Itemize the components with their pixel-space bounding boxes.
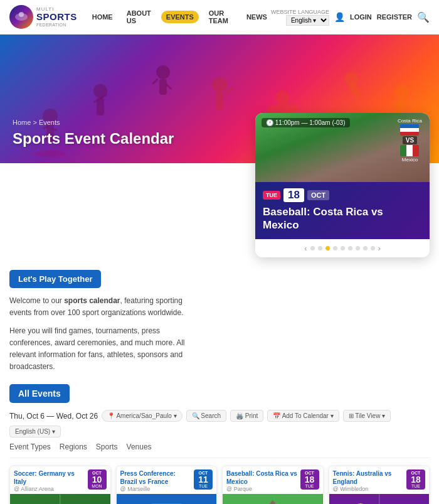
add-to-calendar-button[interactable]: 📅 Add To Calendar ▾ bbox=[267, 410, 339, 422]
all-events-heading: All Events bbox=[9, 384, 70, 403]
register-button[interactable]: REGISTER bbox=[377, 13, 412, 21]
dot-5[interactable] bbox=[341, 246, 345, 250]
dot-8[interactable] bbox=[363, 246, 368, 250]
nav-team[interactable]: OUR TEAM bbox=[205, 7, 236, 27]
hero-title: Sports Event Calendar bbox=[13, 130, 174, 147]
next-arrow[interactable]: › bbox=[378, 244, 381, 253]
dot-6[interactable] bbox=[348, 246, 352, 250]
events-toolbar: Thu, Oct 6 — Wed, Oct 26 📍 America/Sao_P… bbox=[9, 410, 430, 437]
event-venue-tennis: @ Wimbledon bbox=[333, 486, 405, 492]
svg-rect-23 bbox=[398, 98, 405, 114]
filter-tab-venues[interactable]: Venues bbox=[127, 442, 152, 454]
featured-event-card: 🕐 11:00pm — 1:00am (-03) Costa Rica VS M… bbox=[255, 113, 430, 257]
svg-rect-13 bbox=[152, 78, 159, 85]
featured-card-image: 🕐 11:00pm — 1:00am (-03) Costa Rica VS M… bbox=[255, 113, 430, 182]
event-title-soccer[interactable]: Soccer: Germany vs Italy bbox=[14, 469, 85, 486]
featured-date-num: 18 bbox=[283, 188, 304, 202]
tile-view-button[interactable]: ⊞ Tile View ▾ bbox=[343, 410, 391, 422]
featured-date: TUE 18 OCT bbox=[263, 188, 422, 202]
event-card-soccer: Soccer: Germany vs Italy @ Allianz Arena… bbox=[9, 466, 111, 504]
nav-news[interactable]: NEWS bbox=[243, 11, 271, 23]
featured-vs-flags: Costa Rica VS Mexico bbox=[398, 118, 422, 163]
user-icon: 👤 bbox=[334, 12, 345, 22]
svg-point-2 bbox=[19, 12, 24, 17]
main-nav: HOME ABOUT US EVENTS OUR TEAM NEWS bbox=[88, 7, 271, 27]
svg-point-3 bbox=[34, 151, 66, 157]
search-icon[interactable]: 🔍 bbox=[417, 11, 430, 23]
event-date-baseball: OCT 18 TUE bbox=[300, 469, 319, 490]
date-range: Thu, Oct 6 — Wed, Oct 26 bbox=[9, 412, 98, 421]
filter-tab-event-types[interactable]: Event Types bbox=[9, 442, 51, 454]
country1-label: Costa Rica bbox=[398, 118, 422, 124]
flag-mexico bbox=[400, 145, 419, 156]
event-date-soccer: OCT 10 MON bbox=[88, 469, 107, 490]
event-img-tennis: VS 🎟 TICKETS bbox=[329, 494, 430, 504]
intro-para-1: Welcome to our sports calendar, featurin… bbox=[9, 295, 204, 319]
search-button[interactable]: 🔍 Search bbox=[186, 410, 226, 422]
nav-events[interactable]: EVENTS bbox=[161, 11, 199, 23]
nav-about[interactable]: ABOUT US bbox=[123, 7, 155, 27]
svg-rect-25 bbox=[405, 100, 413, 105]
svg-rect-21 bbox=[347, 82, 362, 99]
country2-label: Mexico bbox=[402, 157, 418, 163]
event-venue-press: @ Marseille bbox=[120, 486, 192, 492]
event-venue-baseball: @ Parque bbox=[226, 486, 298, 492]
event-card-press: Press Conference: Brazil vs France @ Mar… bbox=[116, 466, 218, 504]
filter-tabs: Event Types Regions Sports Venues bbox=[9, 442, 430, 458]
event-card-tennis: Tennis: Australia vs England @ Wimbledon… bbox=[329, 466, 430, 504]
svg-rect-12 bbox=[159, 79, 167, 95]
svg-point-11 bbox=[156, 65, 170, 79]
event-date-press: OCT 11 TUE bbox=[194, 469, 213, 490]
dot-7[interactable] bbox=[356, 246, 360, 250]
logo-text: MULTI SPORTS FEDERATION bbox=[36, 7, 77, 28]
main-content: Let's Play Together Welcome to our sport… bbox=[0, 257, 439, 504]
header: MULTI SPORTS FEDERATION HOME ABOUT US EV… bbox=[0, 0, 439, 35]
events-grid-row1: Soccer: Germany vs Italy @ Allianz Arena… bbox=[9, 466, 430, 504]
language-select[interactable]: English ▾ bbox=[286, 15, 329, 26]
event-date-tennis: OCT 18 TUE bbox=[406, 469, 425, 490]
dot-1[interactable] bbox=[310, 246, 315, 250]
event-title-baseball[interactable]: Baseball: Costa Rica vs Mexico bbox=[226, 469, 298, 486]
svg-rect-32 bbox=[117, 494, 217, 504]
svg-point-18 bbox=[275, 90, 289, 104]
hero-content: Home > Events Sports Event Calendar bbox=[13, 119, 174, 147]
featured-title: Baseball: Costa Rica vs Mexico bbox=[263, 206, 422, 232]
filter-tab-sports[interactable]: Sports bbox=[96, 442, 118, 454]
featured-day-badge: TUE bbox=[263, 191, 280, 200]
intro-para-2: Here you will find games, tournaments, p… bbox=[9, 325, 204, 373]
dot-4[interactable] bbox=[333, 246, 337, 250]
svg-point-15 bbox=[212, 77, 227, 92]
vs-label: VS bbox=[403, 136, 417, 144]
flag-costa-rica bbox=[400, 124, 419, 136]
filter-tab-regions[interactable]: Regions bbox=[60, 442, 87, 454]
intro-section: Let's Play Together Welcome to our sport… bbox=[9, 264, 204, 373]
header-right: WEBSITE LANGUAGE English ▾ 👤 LOGIN REGIS… bbox=[271, 9, 430, 26]
event-title-tennis[interactable]: Tennis: Australia vs England bbox=[333, 469, 405, 486]
events-section: All Events Thu, Oct 6 — Wed, Oct 26 📍 Am… bbox=[9, 384, 430, 504]
logo[interactable]: MULTI SPORTS FEDERATION bbox=[9, 5, 77, 29]
event-venue-soccer: @ Allianz Arena bbox=[14, 486, 85, 492]
dot-9[interactable] bbox=[371, 246, 375, 250]
print-button[interactable]: 🖨️ Print bbox=[230, 410, 263, 422]
featured-card-nav: ‹ › bbox=[255, 239, 430, 257]
dot-2[interactable] bbox=[318, 246, 322, 250]
timezone-button[interactable]: 📍 America/Sao_Paulo ▾ bbox=[102, 410, 182, 422]
event-card-baseball: Baseball: Costa Rica vs Mexico @ Parque … bbox=[222, 466, 324, 504]
prev-arrow[interactable]: ‹ bbox=[304, 244, 307, 253]
logo-icon bbox=[9, 5, 33, 29]
featured-time: 🕐 11:00pm — 1:00am (-03) bbox=[262, 118, 350, 127]
nav-home[interactable]: HOME bbox=[88, 11, 117, 23]
event-img-baseball: VS 🎟 ENTRY FEE bbox=[223, 494, 323, 504]
dot-3[interactable] bbox=[325, 246, 330, 250]
event-img-press: 🇧🇷 VS 🎟 RSVP bbox=[117, 494, 217, 504]
intro-heading: Let's Play Together bbox=[9, 270, 101, 288]
svg-point-22 bbox=[394, 84, 408, 98]
featured-card-body: TUE 18 OCT Baseball: Costa Rica vs Mexic… bbox=[255, 182, 430, 239]
event-img-soccer: ⚽ VS 🎟 TICKETS bbox=[10, 494, 110, 504]
breadcrumb: Home > Events bbox=[13, 119, 174, 126]
svg-rect-16 bbox=[216, 92, 223, 110]
event-title-press[interactable]: Press Conference: Brazil vs France bbox=[120, 469, 192, 486]
login-button[interactable]: LOGIN bbox=[350, 13, 372, 21]
featured-month: OCT bbox=[307, 190, 329, 200]
language-filter-button[interactable]: English (US) ▾ bbox=[9, 426, 61, 437]
